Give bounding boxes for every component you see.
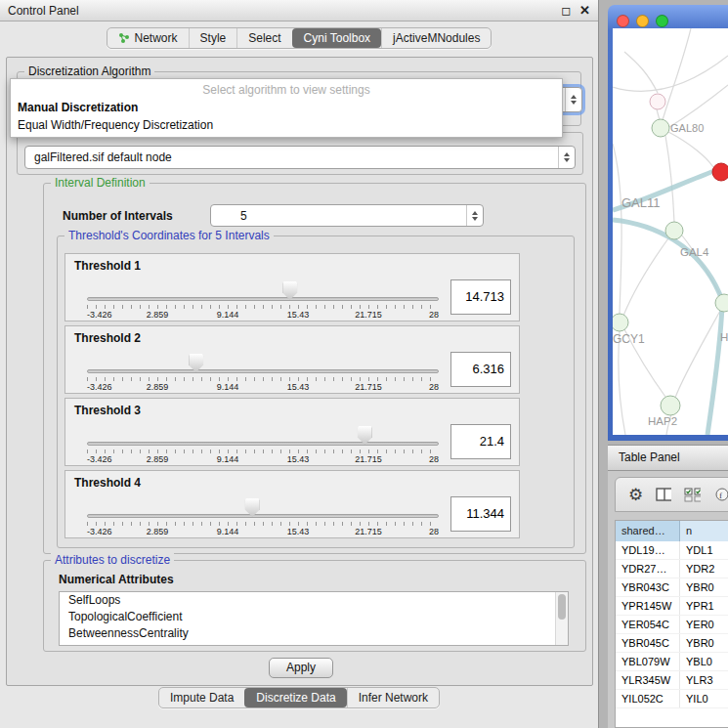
column-header-shared-name[interactable]: shared… xyxy=(616,521,680,541)
tab-jactivemnodules[interactable]: jActiveMNodules xyxy=(381,28,491,48)
top-tab-bar: Network Style Select Cyni Toolbox jActiv… xyxy=(0,21,598,55)
select-columns-icon[interactable] xyxy=(684,488,701,502)
node-unlabeled[interactable] xyxy=(650,94,665,109)
dropdown-option-manual-discretization[interactable]: Manual Discretization xyxy=(11,99,562,116)
table-data-combo-value: galFiltered.sif default node xyxy=(25,150,558,164)
table-row[interactable]: YLR345WYLR3 xyxy=(616,671,728,690)
numerical-attributes-list: SelfLoops TopologicalCoefficient Between… xyxy=(59,591,569,646)
node-hap2[interactable] xyxy=(661,396,680,415)
node-label-hap2: HAP2 xyxy=(648,415,677,427)
minimize-traffic-light-icon[interactable] xyxy=(636,15,649,27)
interval-definition-group-label: Interval Definition xyxy=(51,176,150,190)
control-panel-window: Control Panel ◻ ✕ Network Style Select C… xyxy=(0,0,599,728)
column-header-name[interactable]: n xyxy=(680,521,728,541)
tab-style[interactable]: Style xyxy=(189,28,237,48)
column-chooser-icon[interactable] xyxy=(656,488,671,502)
threshold-3-value-field[interactable]: 21.4 xyxy=(450,424,511,459)
algorithm-group-label: Discretization Algorithm xyxy=(24,64,154,78)
slider-scale-labels: -3.4262.8599.14415.4321.71528 xyxy=(87,454,439,465)
node-label-clipped: H xyxy=(720,331,728,343)
node-label-gal11: GAL11 xyxy=(621,195,661,210)
zoom-traffic-light-icon[interactable] xyxy=(656,15,668,27)
slider-track[interactable] xyxy=(87,369,439,373)
slider-track[interactable] xyxy=(87,442,439,446)
threshold-2-panel: Threshold 2 -3.4262.8599.14415.4321.7152… xyxy=(64,325,520,394)
tab-impute-data[interactable]: Impute Data xyxy=(159,688,244,707)
table-header-row: shared… n xyxy=(616,521,728,541)
slider-scale-labels: -3.4262.8599.14415.4321.71528 xyxy=(87,527,439,537)
algorithm-dropdown-popup: Select algorithm to view settings Manual… xyxy=(10,78,563,138)
gear-icon[interactable]: ⚙ xyxy=(628,487,643,503)
close-traffic-light-icon[interactable] xyxy=(617,15,629,27)
thresholds-group-label: Threshold's Coordinates for 5 Intervals xyxy=(64,229,274,242)
node-gcy1[interactable] xyxy=(613,314,628,331)
list-scrollbar[interactable] xyxy=(555,592,568,645)
table-row[interactable]: YDR27…YDR2 xyxy=(616,560,728,578)
slider-tick-marks xyxy=(87,522,439,526)
cyni-toolbox-panel: Discretization Algorithm Select algorith… xyxy=(6,57,593,686)
threshold-1-panel: Threshold 1 -3.4262.8599.14415.4321.7152… xyxy=(64,253,520,321)
node-right[interactable] xyxy=(715,294,728,312)
function-icon[interactable]: f xyxy=(713,488,728,502)
node-label-gcy1: GCY1 xyxy=(613,332,645,346)
list-item[interactable]: SelfLoops xyxy=(60,592,568,609)
table-panel-body: ⚙ f shared… n YDL19…YDL1 YDR27…YDR2 Y xyxy=(608,471,728,728)
tab-infer-network[interactable]: Infer Network xyxy=(347,688,439,707)
threshold-2-value-field[interactable]: 6.316 xyxy=(450,352,511,387)
node-table: shared… n YDL19…YDL1 YDR27…YDR2 YBR043CY… xyxy=(615,520,728,728)
threshold-2-slider[interactable]: -3.4262.8599.14415.4321.71528 xyxy=(87,326,439,395)
threshold-3-panel: Threshold 3 -3.4262.8599.14415.4321.7152… xyxy=(64,398,520,466)
control-panel-titlebar: Control Panel ◻ ✕ xyxy=(0,0,598,21)
slider-tick-marks xyxy=(87,305,439,309)
table-row[interactable]: YER054CYER0 xyxy=(616,616,728,634)
threshold-4-value-field[interactable]: 11.344 xyxy=(450,496,511,532)
table-row[interactable]: YIL052CYIL0 xyxy=(616,690,728,708)
table-data-combo[interactable]: galFiltered.sif default node xyxy=(24,146,576,169)
apply-button[interactable]: Apply xyxy=(269,658,333,678)
tab-network[interactable]: Network xyxy=(107,28,189,48)
float-window-icon[interactable]: ◻ xyxy=(561,5,571,17)
threshold-3-slider[interactable]: -3.4262.8599.14415.4321.71528 xyxy=(87,399,439,467)
threshold-4-slider[interactable]: -3.4262.8599.14415.4321.71528 xyxy=(87,471,439,539)
close-window-icon[interactable]: ✕ xyxy=(579,4,590,17)
window-traffic-lights xyxy=(617,15,668,27)
network-canvas[interactable]: GAL80 GAL11 GAL4 GCY1 HAP2 H xyxy=(613,28,728,435)
node-label-gal4: GAL4 xyxy=(680,246,709,258)
list-item[interactable]: BetweennessCentrality xyxy=(60,625,568,642)
tab-label: Network xyxy=(135,31,178,45)
combo-stepper-icon[interactable] xyxy=(558,147,575,168)
list-item[interactable]: TopologicalCoefficient xyxy=(60,609,568,625)
combo-stepper-icon[interactable] xyxy=(466,205,483,226)
slider-track[interactable] xyxy=(87,297,439,301)
threshold-1-slider[interactable]: -3.4262.8599.14415.4321.71528 xyxy=(87,254,439,322)
table-toolbar: ⚙ f xyxy=(615,477,728,512)
number-of-intervals-combo[interactable]: 5 xyxy=(210,204,484,227)
node-selected-red[interactable] xyxy=(712,163,728,181)
threshold-4-panel: Threshold 4 -3.4262.8599.14415.4321.7152… xyxy=(64,470,520,538)
dropdown-placeholder-option[interactable]: Select algorithm to view settings xyxy=(11,79,562,99)
slider-scale-labels: -3.4262.8599.14415.4321.71528 xyxy=(87,382,439,393)
table-row[interactable]: YBR043CYBR0 xyxy=(616,578,728,597)
slider-tick-marks xyxy=(87,377,439,381)
table-row[interactable]: YBR045CYBR0 xyxy=(616,634,728,653)
combo-stepper-icon[interactable] xyxy=(565,88,581,111)
table-row[interactable]: YDL19…YDL1 xyxy=(616,541,728,560)
number-of-intervals-value: 5 xyxy=(211,209,466,223)
table-row[interactable]: YPR145WYPR1 xyxy=(616,597,728,616)
node-gal80[interactable] xyxy=(652,119,669,137)
table-panel-title: Table Panel xyxy=(619,450,680,464)
dropdown-option-equal-width[interactable]: Equal Width/Frequency Discretization xyxy=(11,116,562,134)
node-gal11[interactable] xyxy=(665,222,683,239)
bottom-tab-bar: Impute Data Discretize Data Infer Networ… xyxy=(0,687,598,708)
table-panel-header: Table Panel xyxy=(608,445,728,471)
tab-discretize-data[interactable]: Discretize Data xyxy=(244,688,346,707)
table-row[interactable]: YBL079WYBL0 xyxy=(616,653,728,671)
slider-scale-labels: -3.4262.8599.14415.4321.71528 xyxy=(87,310,439,321)
node-label-gal80: GAL80 xyxy=(670,122,704,134)
tab-cyni-toolbox[interactable]: Cyni Toolbox xyxy=(292,28,381,48)
tab-select[interactable]: Select xyxy=(236,28,291,48)
screen: Control Panel ◻ ✕ Network Style Select C… xyxy=(0,0,728,728)
slider-track[interactable] xyxy=(87,514,439,518)
scrollbar-thumb[interactable] xyxy=(558,594,566,620)
threshold-1-value-field[interactable]: 14.713 xyxy=(450,279,511,315)
